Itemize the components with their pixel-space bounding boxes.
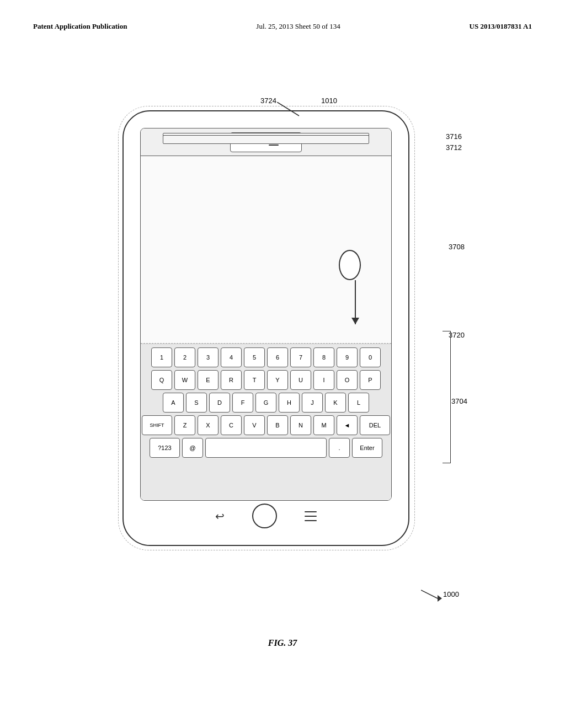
home-button[interactable] [252, 504, 277, 528]
key-backspace-arrow[interactable]: ◄ [337, 415, 358, 435]
key-3[interactable]: 3 [198, 347, 218, 367]
card-layer-2 [163, 135, 369, 144]
key-f[interactable]: F [232, 393, 253, 413]
keyboard-row-qwerty: Q W E R T Y U I O P [143, 370, 389, 390]
label-3712: 3712 [446, 143, 462, 152]
key-b[interactable]: B [267, 415, 288, 435]
key-z[interactable]: Z [174, 415, 195, 435]
patent-number-label: US 2013/0187831 A1 [470, 22, 532, 31]
label-3716: 3716 [446, 132, 462, 141]
home-button-area: ↩ [215, 504, 317, 528]
nav-menu-line-2 [305, 516, 317, 517]
nav-menu-line-3 [305, 520, 317, 521]
tablet-device: ← [122, 110, 409, 546]
key-del[interactable]: DEL [360, 415, 390, 435]
content-area: 1 2 3 4 5 6 7 8 9 0 Q W [141, 156, 391, 500]
card-stack [163, 133, 369, 143]
label-1000: 1000 [443, 590, 459, 598]
key-1[interactable]: 1 [151, 347, 172, 367]
label-3704: 3704 [451, 397, 467, 405]
text-area[interactable] [141, 156, 391, 344]
svg-line-1 [421, 590, 438, 598]
key-u[interactable]: U [290, 370, 311, 390]
svg-marker-2 [438, 595, 442, 602]
key-y[interactable]: Y [267, 370, 288, 390]
key-shift[interactable]: SHIFT [142, 415, 172, 435]
nav-back-icon[interactable]: ↩ [215, 510, 225, 523]
key-x[interactable]: X [198, 415, 218, 435]
key-4[interactable]: 4 [221, 347, 242, 367]
key-t[interactable]: T [244, 370, 265, 390]
key-l[interactable]: L [348, 393, 369, 413]
key-9[interactable]: 9 [337, 347, 358, 367]
key-c[interactable]: C [221, 415, 242, 435]
key-s[interactable]: S [186, 393, 207, 413]
key-v[interactable]: V [244, 415, 265, 435]
page-header: Patent Application Publication Jul. 25, … [33, 22, 532, 31]
keyboard-row-zxcv: SHIFT Z X C V B N M ◄ DEL [143, 415, 389, 435]
key-q[interactable]: Q [151, 370, 172, 390]
nav-menu-line-1 [305, 511, 317, 512]
key-at[interactable]: @ [182, 438, 203, 458]
key-o[interactable]: O [337, 370, 358, 390]
key-w[interactable]: W [174, 370, 195, 390]
key-r[interactable]: R [221, 370, 242, 390]
arrow-1000 [421, 587, 443, 604]
nav-menu-icon[interactable] [305, 511, 317, 521]
key-k[interactable]: K [325, 393, 346, 413]
key-j[interactable]: J [302, 393, 323, 413]
key-h[interactable]: H [279, 393, 300, 413]
svg-line-0 [277, 102, 299, 116]
label-3708: 3708 [449, 243, 465, 251]
key-e[interactable]: E [198, 370, 218, 390]
keyboard-row-asdf: A S D F G H J K L [143, 393, 389, 413]
key-7[interactable]: 7 [290, 347, 311, 367]
date-sheet-label: Jul. 25, 2013 Sheet 50 of 134 [256, 22, 340, 31]
label-1010: 1010 [321, 97, 337, 105]
key-enter[interactable]: Enter [352, 438, 382, 458]
key-g[interactable]: G [255, 393, 276, 413]
key-n[interactable]: N [290, 415, 311, 435]
label-3724: 3724 [260, 97, 276, 105]
key-d[interactable]: D [209, 393, 230, 413]
keyboard-area: 1 2 3 4 5 6 7 8 9 0 Q W [141, 344, 391, 500]
figure-caption: FIG. 37 [268, 638, 297, 648]
diagram-area: ← [89, 66, 476, 662]
publication-label: Patent Application Publication [33, 22, 127, 31]
cursor-arrow [355, 280, 356, 324]
key-i[interactable]: I [313, 370, 334, 390]
keyboard-row-numbers: 1 2 3 4 5 6 7 8 9 0 [143, 347, 389, 367]
key-5[interactable]: 5 [244, 347, 265, 367]
menu-line-3 [269, 144, 279, 146]
key-space[interactable] [205, 438, 327, 458]
cursor-indicator [333, 250, 361, 324]
key-dot[interactable]: . [329, 438, 350, 458]
arrow-3724 [277, 102, 305, 119]
key-2[interactable]: 2 [174, 347, 195, 367]
label-3720: 3720 [449, 331, 465, 339]
device-screen: ← [140, 128, 392, 501]
key-6[interactable]: 6 [267, 347, 288, 367]
key-m[interactable]: M [313, 415, 334, 435]
bracket-3704 [443, 331, 451, 463]
cursor-oval [339, 250, 361, 280]
key-8[interactable]: 8 [313, 347, 334, 367]
keyboard-row-bottom: ?123 @ . Enter [143, 438, 389, 458]
key-0[interactable]: 0 [360, 347, 381, 367]
toolbar: ← [141, 129, 391, 156]
key-123[interactable]: ?123 [150, 438, 180, 458]
key-p[interactable]: P [360, 370, 381, 390]
key-a[interactable]: A [163, 393, 184, 413]
